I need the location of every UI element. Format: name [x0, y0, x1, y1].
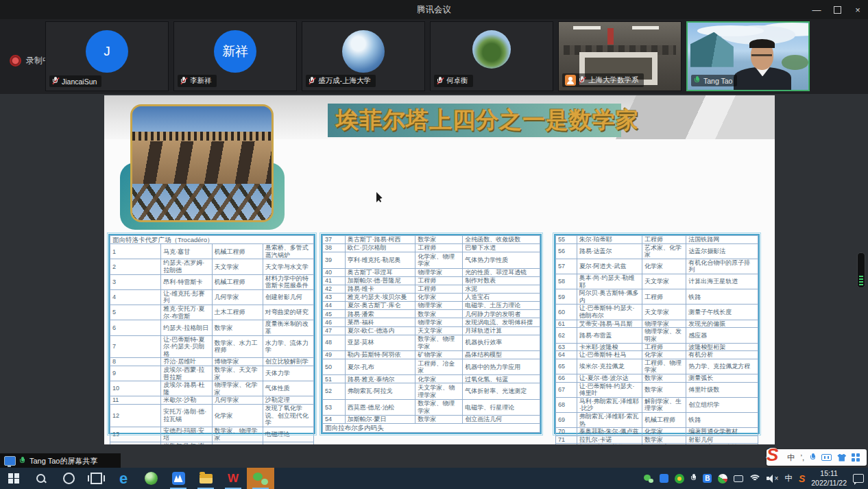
video-tile-lixinxiang[interactable]: 新祥 李新祥 [173, 21, 297, 91]
cell-profession: 天文学家 [642, 274, 686, 289]
cell-profession: 几何学家 [212, 289, 263, 305]
cell-name: 奥古斯丁·菲涅耳 [345, 268, 415, 276]
video-tile-hezhuoheng[interactable]: 何卓衡 [430, 21, 553, 91]
tray-360-icon[interactable] [675, 474, 684, 484]
recording-indicator: 录制中 [10, 55, 51, 67]
cell-profession: 工程师 [415, 244, 463, 252]
cortana-button[interactable] [55, 468, 82, 489]
cell-contribution: 天文学与水文学 [263, 259, 313, 274]
volume-muted-icon[interactable]: × [767, 474, 778, 483]
action-center-icon[interactable] [853, 474, 864, 483]
screen-share-overlay[interactable]: Tang Tao的屏幕共享 [0, 453, 121, 468]
video-tile-jiancaisun[interactable]: J JiancaiSun [45, 21, 169, 91]
video-tile-shengwancheng[interactable]: 盛万成-上海大学 [302, 21, 425, 91]
browser-360-button[interactable] [137, 468, 165, 489]
tray-security-pie-icon[interactable] [718, 474, 727, 484]
window-controls: — × [806, 0, 868, 19]
table-row: 39亨利·维克托·勒尼奥化学家、物理学家气体热力学性质 [323, 252, 540, 268]
bluetooth-icon[interactable]: B [703, 474, 712, 483]
tray-pc-icon[interactable] [734, 475, 743, 482]
table-row: 44夏尔·奥古斯丁·库仑物理学家电磁学、土压力理论 [323, 302, 540, 310]
voice-input-icon[interactable] [810, 453, 816, 462]
maximize-button[interactable] [827, 0, 847, 19]
cell-contribution: 气体性质 [263, 381, 313, 396]
tencent-meeting-button[interactable] [165, 468, 192, 489]
input-language-indicator[interactable]: 中 [784, 473, 793, 484]
table-row: 72加布里埃尔·拉梅几何学家偏微分方程、弹性理论 [556, 444, 758, 444]
table-row: 10皮埃尔·路易·杜隆物理学家、化学家气体性质 [110, 381, 314, 396]
mic-level-meter [857, 252, 865, 288]
table-row: 13安德烈-玛丽·安培数学家、物理学家电磁理论 [110, 427, 314, 442]
cell-contribution: 巴黎下水道 [463, 244, 540, 252]
cell-name: 让-巴蒂斯特-夏尔·约瑟夫·贝朗格 [161, 335, 212, 358]
table-row: 56路易·达盖尔艺术家、化学家达盖尔摄影法 [556, 243, 758, 259]
cell-name: 路易·潘索 [345, 310, 415, 318]
skin-icon[interactable] [837, 454, 846, 462]
cell-number: 54 [323, 415, 346, 423]
cell-name: 亚瑟·莫林 [345, 335, 415, 350]
tray-tencent-meeting-icon[interactable] [660, 474, 668, 483]
table-row: 面向拉布尔多内码头 [323, 424, 540, 433]
table-row: 60让·巴蒂斯特·约瑟夫·德朗布尔天文学家测量子午线长度 [556, 305, 758, 320]
tray-sogou-icon[interactable]: S [799, 473, 805, 484]
table-row: 66让-夏尔·德·波尔达数学家测量弧长 [556, 374, 758, 382]
cell-name: 拉扎尔·卡诺 [577, 436, 642, 444]
table-row: 45路易·潘索数学家几何静力学的发明者 [323, 310, 540, 318]
eiffel-tower-photo [130, 104, 274, 222]
names-table-face4: 55朱尔·珀蒂耶工程师法国铁路网56路易·达盖尔艺术家、化学家达盖尔摄影法57夏… [554, 234, 760, 434]
toolbox-icon[interactable] [852, 453, 860, 462]
table-row: 43雅克·约瑟夫·埃贝尔曼化学家人造宝石 [323, 293, 540, 301]
screen-icon [4, 456, 16, 466]
wifi-icon[interactable] [749, 475, 760, 483]
file-explorer-button[interactable] [192, 468, 219, 489]
search-icon [36, 474, 46, 484]
wechat-button[interactable] [247, 468, 274, 489]
cell-contribution: 有机分析 [686, 351, 758, 359]
cell-name: 夏尔·奥古斯丁·库仑 [345, 302, 415, 310]
cell-profession: 土木工程师 [212, 305, 263, 320]
cell-number: 59 [556, 289, 577, 305]
sogou-logo-icon[interactable]: S [767, 444, 778, 466]
tencent-meeting-window: 腾讯会议 — × 录制中 J JiancaiSun 新祥 李新祥 [0, 0, 868, 489]
video-tile-math-department[interactable]: 上海大学数学系 [558, 21, 682, 91]
tray-microphone-icon[interactable] [690, 474, 697, 483]
punctuation-icon[interactable]: ’, [801, 453, 805, 462]
avatar [342, 30, 385, 73]
sogou-input-toolbar[interactable]: S 中 ’, [767, 449, 867, 466]
cell-name: 朱尔·珀蒂耶 [577, 236, 642, 244]
cell-number: 49 [323, 350, 346, 359]
edge-button[interactable]: e [110, 468, 137, 489]
cell-number: 37 [323, 236, 346, 244]
input-mode-chinese[interactable]: 中 [787, 453, 795, 463]
cell-name: 乔治·居维叶 [161, 358, 212, 366]
task-view-button[interactable] [82, 468, 110, 489]
share-overlay-label: Tang Tao的屏幕共享 [29, 456, 97, 466]
person-badge-icon [565, 75, 576, 86]
cell-contribution: 波隆梭型桁架 [686, 343, 758, 351]
clock-time: 15:11 [811, 469, 847, 478]
minimize-button[interactable]: — [806, 0, 827, 19]
cell-number: 1 [110, 244, 161, 259]
table-row: 7让-巴蒂斯特-夏尔·约瑟夫·贝朗格数学家、水力工程师水力学、流体力学 [110, 335, 314, 358]
video-tile-tang-tao[interactable]: Tang Tao [686, 21, 810, 91]
cell-number: 13 [110, 427, 161, 442]
cell-contribution: 电磁理论 [263, 427, 313, 442]
table-row: 63卡米耶·波隆梭工程师波隆梭型桁架 [556, 343, 758, 351]
tray-wechat-icon[interactable] [644, 475, 653, 483]
taskbar-clock[interactable]: 15:11 2022/11/22 [811, 469, 847, 487]
cell-profession: 工程师、冶金家 [415, 359, 463, 375]
soft-keyboard-icon[interactable] [821, 454, 832, 461]
cell-profession: 数学家、天文学家 [212, 366, 263, 381]
cell-number: 43 [323, 293, 346, 301]
cell-number: 47 [323, 326, 346, 335]
cell-number: 63 [556, 343, 577, 351]
cell-profession: 机械工程师 [212, 244, 263, 259]
search-button[interactable] [27, 468, 55, 489]
participant-name: 盛万成-上海大学 [318, 76, 371, 86]
table-caption: 面向特洛卡代罗广场（Trocadéro） [110, 236, 314, 244]
cell-number: 48 [323, 335, 346, 350]
mic-active-icon [694, 76, 701, 85]
start-button[interactable] [0, 468, 27, 489]
wps-button[interactable]: W [219, 468, 247, 489]
close-button[interactable]: × [847, 0, 868, 19]
